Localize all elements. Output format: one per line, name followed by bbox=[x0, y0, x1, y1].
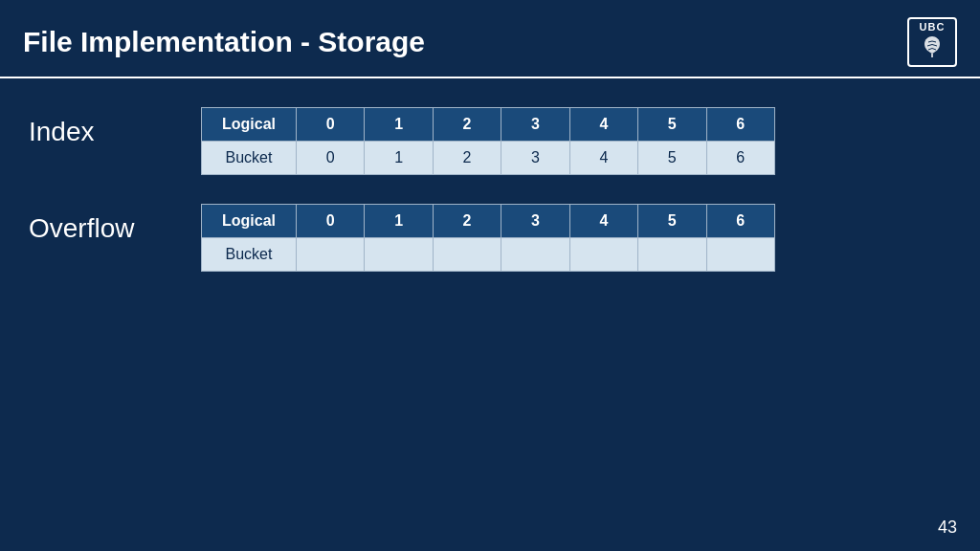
overflow-header-col5: 4 bbox=[569, 205, 637, 238]
overflow-header-row: Logical 0 1 2 3 4 5 6 bbox=[202, 205, 775, 238]
index-data-col6: 5 bbox=[638, 142, 706, 175]
content: Index Logical 0 1 2 3 4 5 6 bbox=[0, 78, 980, 320]
overflow-data-col5 bbox=[569, 238, 637, 272]
index-header-col2: 1 bbox=[365, 108, 433, 142]
overflow-table-container: Logical 0 1 2 3 4 5 6 Bucket bbox=[201, 204, 775, 272]
slide: File Implementation - Storage UBC Index bbox=[0, 0, 980, 320]
page-number: 43 bbox=[938, 518, 957, 538]
overflow-data-col1 bbox=[296, 238, 364, 272]
index-header-col4: 3 bbox=[501, 108, 569, 142]
overflow-label: Overflow bbox=[29, 204, 182, 244]
overflow-table: Logical 0 1 2 3 4 5 6 Bucket bbox=[201, 204, 775, 272]
index-data-col0: Bucket bbox=[202, 142, 297, 175]
overflow-header-col4: 3 bbox=[501, 205, 569, 238]
overflow-header-col0: Logical bbox=[202, 205, 297, 238]
overflow-header-col1: 0 bbox=[296, 205, 364, 238]
index-table: Logical 0 1 2 3 4 5 6 Bucket bbox=[201, 107, 775, 175]
index-label: Index bbox=[29, 107, 182, 147]
index-data-col3: 2 bbox=[433, 142, 501, 175]
index-header-col1: 0 bbox=[296, 108, 364, 142]
index-data-col2: 1 bbox=[365, 142, 433, 175]
page-title: File Implementation - Storage bbox=[23, 26, 425, 58]
index-header-col3: 2 bbox=[433, 108, 501, 142]
index-header-col7: 6 bbox=[706, 108, 774, 142]
overflow-section: Overflow Logical 0 1 2 3 4 5 6 bbox=[29, 204, 951, 272]
index-header-col5: 4 bbox=[569, 108, 637, 142]
index-header-row: Logical 0 1 2 3 4 5 6 bbox=[202, 108, 775, 142]
overflow-data-col7 bbox=[706, 238, 774, 272]
overflow-header-col6: 5 bbox=[638, 205, 706, 238]
ubc-logo: UBC bbox=[907, 17, 957, 67]
overflow-data-col3 bbox=[433, 238, 501, 272]
overflow-header-col3: 2 bbox=[433, 205, 501, 238]
index-data-row: Bucket 0 1 2 3 4 5 6 bbox=[202, 142, 775, 175]
overflow-header-col7: 6 bbox=[706, 205, 774, 238]
index-data-col5: 4 bbox=[569, 142, 637, 175]
overflow-data-col2 bbox=[365, 238, 433, 272]
index-section: Index Logical 0 1 2 3 4 5 6 bbox=[29, 107, 951, 175]
overflow-data-col0: Bucket bbox=[202, 238, 297, 272]
index-data-col7: 6 bbox=[706, 142, 774, 175]
index-data-col1: 0 bbox=[296, 142, 364, 175]
overflow-data-col4 bbox=[501, 238, 569, 272]
ubc-logo-text: UBC bbox=[920, 21, 946, 33]
index-data-col4: 3 bbox=[501, 142, 569, 175]
ubc-logo-leaf bbox=[919, 33, 946, 64]
overflow-data-col6 bbox=[638, 238, 706, 272]
overflow-data-row: Bucket bbox=[202, 238, 775, 272]
index-header-col6: 5 bbox=[638, 108, 706, 142]
index-header-col0: Logical bbox=[202, 108, 297, 142]
overflow-header-col2: 1 bbox=[365, 205, 433, 238]
index-table-container: Logical 0 1 2 3 4 5 6 Bucket bbox=[201, 107, 775, 175]
header: File Implementation - Storage UBC bbox=[0, 0, 980, 78]
